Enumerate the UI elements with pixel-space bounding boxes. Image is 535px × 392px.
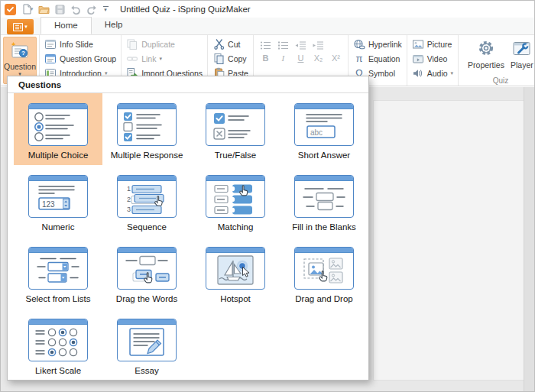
question-type-label: Select from Lists bbox=[26, 294, 91, 303]
short-answer-icon: abc bbox=[294, 103, 354, 146]
question-slide-icon: ? bbox=[10, 40, 30, 60]
question-type-label: Likert Scale bbox=[35, 366, 81, 375]
hyperlink-label: Hyperlink bbox=[368, 40, 402, 49]
hotspot-icon bbox=[206, 247, 265, 290]
drag-the-words-icon bbox=[117, 247, 177, 290]
save-button bbox=[53, 3, 66, 16]
question-type-select-from-lists[interactable]: Select from Lists bbox=[14, 237, 102, 309]
cut-icon bbox=[212, 38, 225, 50]
duplicate-label: Duplicate bbox=[141, 40, 175, 49]
likert-scale-icon bbox=[28, 319, 88, 361]
question-group-label: Question Group bbox=[60, 54, 116, 63]
question-type-label: Matching bbox=[218, 222, 254, 232]
cut-label: Cut bbox=[228, 40, 240, 49]
copy-button[interactable]: Copy bbox=[210, 51, 251, 66]
equation-label: Equation bbox=[368, 54, 400, 63]
audio-label: Audio bbox=[427, 69, 448, 78]
question-type-label: Drag the Words bbox=[116, 294, 177, 303]
open-button[interactable] bbox=[37, 3, 50, 16]
link-label: Link bbox=[141, 54, 156, 63]
question-type-true-false[interactable]: True/False bbox=[191, 93, 280, 165]
question-type-sequence[interactable]: 1 2 3 Sequence bbox=[102, 165, 191, 237]
application-menu-button[interactable] bbox=[7, 19, 34, 34]
multiple-choice-icon bbox=[28, 103, 88, 146]
picture-label: Picture bbox=[427, 40, 452, 49]
drag-and-drop-icon bbox=[294, 247, 354, 290]
symbol-label: Symbol bbox=[368, 69, 395, 78]
questions-dropdown-panel: Questions Multiple Choice bbox=[7, 76, 369, 381]
svg-text:abc: abc bbox=[310, 128, 323, 137]
tab-help[interactable]: Help bbox=[92, 17, 136, 34]
video-label: Video bbox=[427, 54, 448, 63]
info-slide-button[interactable]: Info Slide bbox=[42, 37, 118, 51]
question-type-fill-in-the-blanks[interactable]: Fill in the Blanks bbox=[280, 165, 368, 237]
sequence-icon: 1 2 3 bbox=[117, 175, 177, 218]
decrease-indent-icon bbox=[294, 40, 307, 51]
picture-button[interactable]: Picture bbox=[410, 37, 456, 51]
question-type-numeric[interactable]: 123 Numeric bbox=[14, 165, 102, 237]
svg-text:1: 1 bbox=[127, 185, 131, 193]
info-slide-icon bbox=[44, 38, 57, 50]
app-logo-icon bbox=[5, 4, 16, 15]
window-title: Untitled Quiz - iSpring QuizMaker bbox=[120, 5, 251, 14]
bullet-list-icon bbox=[259, 40, 272, 51]
audio-button[interactable]: Audio bbox=[410, 66, 456, 80]
question-group-button[interactable]: Question Group bbox=[42, 51, 118, 66]
question-types-grid: Multiple Choice bbox=[8, 93, 368, 381]
equation-button[interactable]: π Equation bbox=[351, 51, 404, 66]
copy-icon bbox=[212, 53, 225, 65]
copy-label: Copy bbox=[228, 54, 247, 63]
question-button-label: Question bbox=[4, 62, 36, 71]
fill-in-the-blanks-icon bbox=[294, 175, 354, 218]
introduction-dropdown-arrow-icon bbox=[105, 71, 108, 76]
question-type-short-answer[interactable]: abc Short Answer bbox=[280, 93, 368, 165]
link-dropdown-arrow-icon bbox=[159, 57, 162, 61]
bold-button: B bbox=[259, 53, 272, 63]
hyperlink-button[interactable]: Hyperlink bbox=[351, 37, 404, 51]
true-false-icon bbox=[206, 103, 265, 146]
ribbon-group-media: Picture Video Audio bbox=[407, 35, 459, 86]
numbered-list-icon bbox=[277, 40, 290, 51]
new-quiz-button[interactable] bbox=[21, 3, 34, 16]
link-icon bbox=[126, 53, 138, 65]
question-type-drag-and-drop[interactable]: Drag and Drop bbox=[280, 237, 368, 309]
vertical-scrollbar[interactable] bbox=[524, 87, 534, 391]
question-type-label: Essay bbox=[135, 366, 158, 375]
question-type-label: Sequence bbox=[127, 222, 167, 232]
select-from-lists-icon bbox=[28, 247, 88, 290]
tab-home[interactable]: Home bbox=[41, 17, 92, 34]
question-type-multiple-response[interactable]: Multiple Response bbox=[102, 93, 191, 165]
svg-text:123: 123 bbox=[42, 200, 55, 209]
question-type-label: True/False bbox=[215, 151, 257, 160]
question-type-drag-the-words[interactable]: Drag the Words bbox=[102, 237, 191, 309]
cut-button[interactable]: Cut bbox=[210, 37, 251, 51]
equation-icon: π bbox=[353, 53, 365, 65]
audio-dropdown-arrow-icon bbox=[451, 71, 454, 76]
app-menu-arrow-icon bbox=[24, 24, 28, 29]
new-dropdown-arrow-icon[interactable] bbox=[31, 7, 34, 11]
duplicate-icon bbox=[126, 38, 138, 50]
question-type-label: Drag and Drop bbox=[295, 294, 352, 303]
question-type-label: Fill in the Blanks bbox=[292, 222, 356, 232]
question-type-multiple-choice[interactable]: Multiple Choice bbox=[14, 93, 102, 165]
customize-toolbar-button[interactable] bbox=[101, 6, 110, 12]
question-type-matching[interactable]: Matching bbox=[191, 165, 280, 237]
question-type-hotspot[interactable]: Hotspot bbox=[191, 237, 280, 309]
app-window: Untitled Quiz - iSpring QuizMaker Home H… bbox=[0, 0, 535, 392]
matching-icon bbox=[206, 175, 265, 218]
question-type-essay[interactable]: Essay bbox=[102, 309, 191, 381]
question-type-label: Numeric bbox=[42, 222, 75, 232]
questions-panel-header: Questions bbox=[8, 76, 368, 93]
question-type-likert-scale[interactable]: Likert Scale bbox=[14, 309, 102, 381]
underline-button: U bbox=[294, 53, 307, 63]
duplicate-button: Duplicate bbox=[124, 37, 205, 51]
video-icon bbox=[412, 53, 424, 65]
undo-button bbox=[69, 3, 83, 16]
info-slide-label: Info Slide bbox=[60, 40, 93, 49]
ribbon-group-quiz: Properties Player Quiz bbox=[459, 35, 535, 86]
toolbar-more-arrow-icon bbox=[104, 8, 107, 12]
svg-text:?: ? bbox=[21, 50, 25, 57]
title-bar: Untitled Quiz - iSpring QuizMaker bbox=[1, 1, 534, 18]
subscript-button: X₂ bbox=[312, 53, 325, 63]
video-button[interactable]: Video bbox=[410, 51, 456, 66]
